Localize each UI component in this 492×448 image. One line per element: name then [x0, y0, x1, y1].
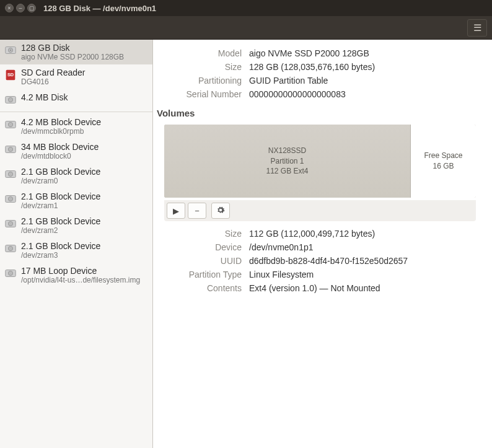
value-partitioning: GUID Partition Table — [249, 76, 482, 86]
partition-options-button[interactable] — [211, 203, 230, 219]
window-minimize-button[interactable]: – — [16, 4, 25, 12]
hamburger-icon: ☰ — [473, 22, 481, 33]
sidebar-item-subtitle: /dev/zram0 — [21, 177, 147, 185]
sd-card-icon: SD — [4, 68, 17, 82]
partition-block-free[interactable]: Free Space 16 GB — [411, 125, 476, 198]
sidebar-item-block-mtdblock0[interactable]: 34 MB Block Device /dev/mtdblock0 — [0, 139, 152, 164]
value-model: aigo NVMe SSD P2000 128GB — [249, 48, 482, 58]
sidebar-item-subtitle: /opt/nvidia/l4t-us…de/filesystem.img — [21, 276, 147, 284]
hard-disk-icon — [4, 167, 17, 181]
sidebar-item-subtitle: /dev/zram2 — [21, 226, 147, 235]
sidebar-item-disk-4mb[interactable]: 4.2 MB Disk — [0, 89, 152, 110]
volume-map: NX128SSD Partition 1 112 GB Ext4 Free Sp… — [164, 125, 476, 198]
hard-disk-icon — [4, 192, 17, 206]
window-close-button[interactable]: × — [5, 4, 14, 12]
partition-name: NX128SSD — [268, 146, 306, 156]
volume-toolbar: ▶ − — [164, 200, 476, 221]
svg-point-20 — [8, 271, 12, 275]
delete-partition-button[interactable]: − — [188, 203, 206, 219]
sidebar-item-title: 2.1 GB Block Device — [21, 241, 147, 251]
value-part-device: /dev/nvme0n1p1 — [249, 242, 482, 252]
mount-button[interactable]: ▶ — [167, 203, 185, 219]
svg-point-6 — [8, 97, 12, 102]
value-part-size: 112 GB (112,000,499,712 bytes) — [249, 229, 482, 239]
sidebar-item-subtitle: /dev/zram1 — [21, 201, 147, 210]
window-title: 128 GB Disk — /dev/nvme0n1 — [43, 4, 156, 13]
hard-disk-icon — [4, 118, 17, 131]
value-part-uuid: d6dfbd9b-b828-4df4-b470-f152e50d2657 — [249, 256, 482, 266]
free-space-size: 16 GB — [433, 161, 454, 172]
sidebar-item-title: 4.2 MB Disk — [21, 92, 147, 102]
value-part-contents: Ext4 (version 1.0) — Not Mounted — [249, 283, 482, 293]
svg-point-16 — [8, 221, 12, 226]
sidebar-item-subtitle: /dev/zram3 — [21, 251, 147, 260]
label-partitioning: Partitioning — [153, 76, 249, 86]
sidebar-item-title: 2.1 GB Block Device — [21, 191, 147, 201]
label-part-device: Device — [153, 242, 249, 252]
sidebar-item-subtitle: /dev/mtdblock0 — [21, 152, 147, 160]
sidebar-separator — [0, 112, 152, 112]
svg-text:SD: SD — [7, 72, 14, 77]
titlebar: × – ▢ 128 GB Disk — /dev/nvme0n1 — [0, 0, 492, 16]
sidebar-item-title: 17 MB Loop Device — [21, 266, 147, 276]
svg-point-10 — [8, 147, 12, 151]
value-size: 128 GB (128,035,676,160 bytes) — [249, 62, 482, 72]
sidebar-item-block-zram2[interactable]: 2.1 GB Block Device /dev/zram2 — [0, 213, 152, 238]
sidebar-item-subtitle: DG4016 — [21, 77, 147, 86]
svg-point-18 — [8, 246, 12, 250]
menu-button[interactable]: ☰ — [467, 19, 487, 37]
main-pane: Model aigo NVMe SSD P2000 128GB Size 128… — [153, 40, 492, 448]
volumes-heading: Volumes — [157, 108, 482, 118]
sidebar-item-title: 128 GB Disk — [21, 43, 147, 53]
play-icon: ▶ — [173, 206, 179, 216]
label-part-uuid: UUID — [153, 256, 249, 266]
sidebar-item-title: 4.2 MB Block Device — [21, 117, 147, 127]
hard-disk-icon — [4, 266, 17, 280]
sidebar-item-title: 34 MB Block Device — [21, 142, 147, 152]
svg-point-14 — [8, 196, 12, 201]
sidebar-item-block-zram1[interactable]: 2.1 GB Block Device /dev/zram1 — [0, 188, 152, 213]
partition-info: Size 112 GB (112,000,499,712 bytes) Devi… — [153, 229, 482, 293]
partition-fs: 112 GB Ext4 — [266, 166, 308, 177]
sidebar-item-sd-reader[interactable]: SD SD Card Reader DG4016 — [0, 64, 152, 89]
sidebar-item-block-zram3[interactable]: 2.1 GB Block Device /dev/zram3 — [0, 238, 152, 263]
partition-block-main[interactable]: NX128SSD Partition 1 112 GB Ext4 — [164, 125, 411, 198]
svg-point-12 — [8, 172, 12, 176]
sidebar-item-subtitle: aigo NVMe SSD P2000 128GB — [21, 53, 147, 61]
label-part-contents: Contents — [153, 283, 249, 293]
hard-disk-icon — [4, 217, 17, 231]
partition-label: Partition 1 — [270, 156, 304, 167]
header-toolbar: ☰ — [0, 16, 492, 40]
sidebar-item-title: 2.1 GB Block Device — [21, 167, 147, 177]
disk-info: Model aigo NVMe SSD P2000 128GB Size 128… — [153, 48, 482, 99]
label-part-type: Partition Type — [153, 270, 249, 279]
label-model: Model — [153, 48, 249, 58]
minus-icon: − — [195, 206, 200, 216]
hard-disk-icon — [4, 143, 17, 156]
device-sidebar: 128 GB Disk aigo NVMe SSD P2000 128GB SD… — [0, 40, 153, 448]
sidebar-item-loop-device[interactable]: 17 MB Loop Device /opt/nvidia/l4t-us…de/… — [0, 263, 152, 288]
sidebar-item-subtitle: /dev/mmcblk0rpmb — [21, 127, 147, 136]
svg-point-2 — [10, 50, 11, 51]
window-maximize-button[interactable]: ▢ — [27, 4, 36, 12]
hard-disk-icon — [4, 93, 17, 107]
hard-disk-icon — [4, 43, 17, 57]
sidebar-item-title: SD Card Reader — [21, 68, 147, 77]
label-part-size: Size — [153, 229, 249, 239]
sidebar-item-block-mmcblk0rpmb[interactable]: 4.2 MB Block Device /dev/mmcblk0rpmb — [0, 114, 152, 139]
value-part-type: Linux Filesystem — [249, 270, 482, 279]
label-serial: Serial Number — [153, 89, 249, 99]
svg-point-8 — [8, 122, 12, 126]
gear-icon — [216, 206, 225, 216]
sidebar-item-disk-128gb[interactable]: 128 GB Disk aigo NVMe SSD P2000 128GB — [0, 40, 152, 64]
value-serial: 00000000000000000083 — [249, 89, 482, 99]
hard-disk-icon — [4, 242, 17, 255]
label-size: Size — [153, 62, 249, 72]
free-space-label: Free Space — [424, 151, 462, 161]
sidebar-item-title: 2.1 GB Block Device — [21, 216, 147, 226]
sidebar-item-block-zram0[interactable]: 2.1 GB Block Device /dev/zram0 — [0, 164, 152, 188]
